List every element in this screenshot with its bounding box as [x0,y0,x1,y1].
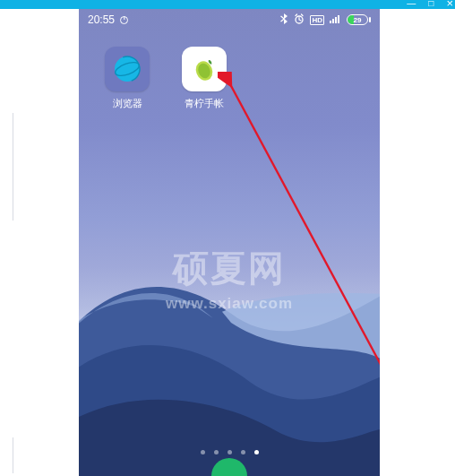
phone-screen: 20:55 HD 29 [79,9,380,476]
left-gutter [0,9,13,476]
alarm-icon [294,13,305,27]
window-titlebar [0,0,455,9]
svg-rect-4 [338,15,339,23]
window-maximize-button[interactable]: □ [428,0,434,8]
page-dot[interactable] [241,450,245,454]
bluetooth-icon [279,13,288,27]
app-browser-label: 浏览器 [113,97,142,110]
svg-rect-3 [335,17,337,23]
watermark-line2: www.sxiaw.com [166,295,293,313]
page-dot[interactable] [214,450,219,454]
watermark: 硕夏网 www.sxiaw.com [166,244,293,313]
page-dot[interactable] [254,450,259,454]
status-time: 20:55 [88,13,115,26]
home-button-peek[interactable] [211,458,247,476]
globe-icon [112,54,142,84]
battery-indicator: 29 [347,14,371,25]
power-saver-icon [120,16,128,24]
page-indicator [79,450,380,454]
home-icon-grid: 浏览器 青柠手帐 [79,47,380,110]
screenshot-root: — □ × 20:55 [0,0,455,476]
app-lime-journal-label: 青柠手帐 [185,97,224,110]
wallpaper-dunes [79,205,380,476]
lime-icon [190,55,219,83]
signal-strength-icon [330,13,341,26]
watermark-line1: 硕夏网 [166,244,293,293]
battery-percent-label: 29 [348,15,367,24]
window-controls: — □ × [407,0,453,8]
svg-rect-2 [332,19,334,23]
status-bar: 20:55 HD 29 [79,9,380,30]
svg-rect-1 [330,21,331,23]
svg-line-9 [230,84,380,445]
page-dot[interactable] [201,450,205,454]
window-close-button[interactable]: × [446,0,453,8]
annotation-arrow [218,72,380,457]
app-browser[interactable]: 浏览器 [100,47,154,110]
app-lime-journal-tile [182,47,227,91]
signal-hd-icon: HD [310,15,324,25]
app-browser-tile [105,47,150,91]
page-dot[interactable] [228,450,232,454]
window-minimize-button[interactable]: — [407,0,416,8]
app-lime-journal[interactable]: 青柠手帐 [177,47,231,110]
